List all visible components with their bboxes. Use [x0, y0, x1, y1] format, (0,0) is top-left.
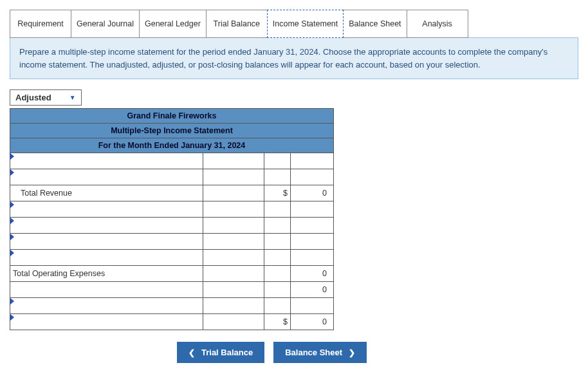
triangle-right-icon	[10, 298, 14, 304]
amount-cell[interactable]	[203, 250, 264, 266]
tab-label: Income Statement	[273, 19, 338, 29]
amount-value: 0	[291, 314, 334, 330]
currency-symbol	[264, 201, 291, 218]
amount-cell[interactable]	[203, 201, 264, 218]
amount-value[interactable]	[291, 298, 334, 314]
tab-general-journal[interactable]: General Journal	[71, 10, 140, 38]
tab-label: General Ledger	[145, 19, 201, 29]
next-label: Balance Sheet	[285, 348, 342, 357]
amount-value: 0	[291, 185, 334, 201]
account-cell[interactable]	[10, 250, 203, 266]
chevron-down-icon: ▼	[69, 94, 76, 101]
amount-value[interactable]	[291, 153, 334, 169]
tab-requirement[interactable]: Requirement	[10, 10, 71, 38]
amount-cell[interactable]	[203, 185, 264, 201]
instruction-text: Prepare a multiple-step income statement…	[10, 37, 578, 79]
account-cell[interactable]	[10, 234, 203, 250]
currency-symbol: $	[264, 185, 291, 201]
amount-cell[interactable]	[203, 314, 264, 330]
tab-label: Analysis	[422, 19, 452, 29]
amount-cell[interactable]	[203, 266, 264, 282]
triangle-right-icon	[10, 201, 14, 208]
account-cell[interactable]	[10, 169, 203, 185]
currency-symbol	[264, 298, 291, 314]
amount-value[interactable]	[291, 234, 334, 250]
tab-label: Trial Balance	[214, 19, 261, 29]
tab-label: Requirement	[17, 19, 64, 29]
currency-symbol	[264, 282, 291, 298]
currency-symbol: $	[264, 314, 291, 330]
triangle-right-icon	[10, 250, 14, 256]
account-cell[interactable]	[10, 153, 203, 169]
income-statement-table: Grand Finale Fireworks Multiple-Step Inc…	[10, 108, 334, 330]
triangle-right-icon	[10, 218, 14, 224]
chevron-left-icon: ❮	[188, 348, 195, 357]
amount-value[interactable]	[291, 201, 334, 218]
stmt-header-period: For the Month Ended January 31, 2024	[10, 138, 334, 153]
amount-value: 0	[291, 266, 334, 282]
nav-buttons: ❮ Trial Balance Balance Sheet ❯	[177, 342, 578, 363]
next-button[interactable]: Balance Sheet ❯	[273, 342, 367, 363]
account-cell[interactable]	[10, 298, 203, 314]
amount-cell[interactable]	[203, 234, 264, 250]
tabs-row: Requirement General Journal General Ledg…	[10, 10, 578, 38]
amount-cell[interactable]	[203, 298, 264, 314]
triangle-right-icon	[10, 234, 14, 240]
tab-label: General Journal	[77, 19, 134, 29]
account-cell[interactable]	[10, 218, 203, 234]
tab-analysis[interactable]: Analysis	[407, 10, 468, 38]
currency-symbol	[264, 169, 291, 185]
currency-symbol	[264, 218, 291, 234]
currency-symbol	[264, 266, 291, 282]
currency-symbol	[264, 234, 291, 250]
amount-cell[interactable]	[203, 282, 264, 298]
chevron-right-icon: ❯	[349, 348, 355, 357]
triangle-right-icon	[10, 169, 14, 176]
tab-income-statement[interactable]: Income Statement	[267, 10, 344, 38]
triangle-right-icon	[10, 314, 14, 321]
amount-cell[interactable]	[203, 153, 264, 169]
total-revenue-label: Total Revenue	[10, 185, 203, 201]
amount-value[interactable]	[291, 169, 334, 185]
account-cell[interactable]	[10, 314, 203, 330]
amount-cell[interactable]	[203, 169, 264, 185]
tab-trial-balance[interactable]: Trial Balance	[206, 10, 268, 38]
balance-type-dropdown[interactable]: Adjusted ▼	[10, 89, 82, 106]
account-cell[interactable]	[10, 201, 203, 218]
account-cell	[10, 282, 203, 298]
stmt-header-title: Multiple-Step Income Statement	[10, 124, 334, 138]
cell-label: Total Operating Expenses	[10, 269, 105, 278]
stmt-header-company: Grand Finale Fireworks	[10, 109, 334, 124]
total-operating-expenses-label: Total Operating Expenses	[10, 266, 203, 282]
amount-value[interactable]	[291, 218, 334, 234]
triangle-right-icon	[10, 153, 14, 160]
prev-button[interactable]: ❮ Trial Balance	[177, 342, 264, 363]
amount-value: 0	[291, 282, 334, 298]
prev-label: Trial Balance	[201, 348, 253, 357]
currency-symbol	[264, 153, 291, 169]
tab-label: Balance Sheet	[349, 19, 401, 29]
cell-label: Total Revenue	[10, 189, 72, 198]
tab-general-ledger[interactable]: General Ledger	[139, 10, 207, 38]
amount-cell[interactable]	[203, 218, 264, 234]
tab-balance-sheet[interactable]: Balance Sheet	[343, 10, 407, 38]
currency-symbol	[264, 250, 291, 266]
amount-value[interactable]	[291, 250, 334, 266]
dropdown-value: Adjusted	[15, 93, 51, 102]
